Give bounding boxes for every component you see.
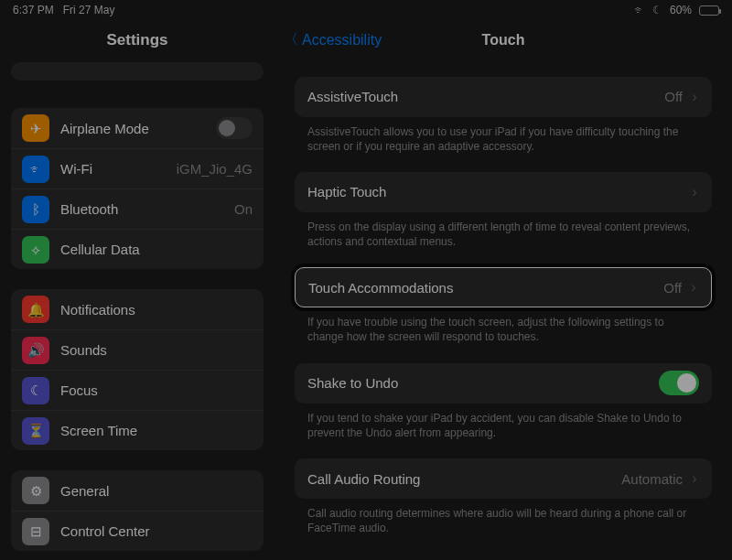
sidebar-item-bluetooth[interactable]: ᛒ Bluetooth On (11, 188, 264, 229)
cell-label: Haptic Touch (307, 184, 683, 199)
shake-toggle[interactable] (659, 371, 699, 395)
cell-touch-accommodations[interactable]: Touch Accommodations Off › (295, 267, 712, 307)
sidebar-item-label: Notifications (60, 302, 253, 318)
status-time: 6:37 PM (13, 4, 54, 16)
bluetooth-value: On (234, 201, 253, 217)
footer-shake: If you tend to shake your iPad by accide… (295, 404, 712, 458)
hourglass-icon: ⏳ (22, 417, 49, 445)
sidebar-item-notifications[interactable]: 🔔 Notifications (11, 289, 264, 329)
page-title: Settings (11, 20, 264, 62)
cell-value: Off (664, 89, 683, 104)
sidebar-item-label: Screen Time (60, 423, 253, 438)
sidebar-group-alerts: 🔔 Notifications 🔊 Sounds ☾ Focus ⏳ Scree… (11, 289, 264, 450)
wifi-status-icon: ᯤ (634, 4, 645, 16)
sidebar-item-screentime[interactable]: ⏳ Screen Time (11, 410, 264, 450)
gear-icon: ⚙ (22, 477, 49, 504)
detail-pane: 〈 Accessibility Touch AssistiveTouch Off… (274, 20, 732, 560)
sidebar-group-system: ⚙ General ⊟ Control Center (11, 470, 264, 551)
battery-icon (699, 5, 719, 16)
cell-value: Off (663, 280, 682, 296)
chevron-right-icon: › (690, 89, 699, 105)
chevron-right-icon: › (689, 279, 698, 296)
sidebar-item-label: Wi-Fi (60, 161, 166, 177)
footer-assistive: AssistiveTouch allows you to use your iP… (295, 117, 712, 172)
speaker-icon: 🔊 (22, 337, 49, 364)
sidebar-item-label: Cellular Data (60, 242, 253, 257)
dnd-moon-icon: ☾ (652, 4, 662, 16)
airplane-toggle[interactable] (216, 117, 253, 139)
chevron-right-icon: › (690, 184, 699, 200)
sidebar-item-sounds[interactable]: 🔊 Sounds (11, 329, 264, 370)
cell-label: AssistiveTouch (307, 89, 657, 104)
wifi-value: iGM_Jio_4G (177, 161, 253, 177)
footer-touch-accommodations: If you have trouble using the touch scre… (295, 307, 712, 362)
sidebar-item-control-center[interactable]: ⊟ Control Center (11, 511, 264, 551)
status-bar: 6:37 PM Fri 27 May ᯤ ☾ 60% (0, 0, 732, 20)
cell-label: Shake to Undo (307, 375, 651, 391)
battery-pct: 60% (670, 4, 692, 16)
cell-call-audio-routing[interactable]: Call Audio Routing Automatic › (295, 458, 712, 499)
cell-shake-undo[interactable]: Shake to Undo (295, 363, 712, 404)
cellular-icon: ⟡ (22, 236, 49, 264)
sidebar-item-label: Bluetooth (60, 201, 223, 217)
sidebar-item-label: Sounds (60, 342, 253, 358)
chevron-right-icon: › (690, 470, 699, 487)
cell-haptic-touch[interactable]: Haptic Touch › (295, 172, 712, 212)
sidebar-item-wifi[interactable]: ᯤ Wi-Fi iGM_Jio_4G (11, 148, 264, 188)
status-date: Fri 27 May (63, 4, 115, 16)
settings-sidebar: Settings ✈ Airplane Mode ᯤ Wi-Fi iGM_Jio… (0, 20, 274, 560)
sidebar-item-general[interactable]: ⚙ General (11, 470, 264, 511)
back-button[interactable]: 〈 Accessibility (284, 30, 382, 49)
cell-label: Call Audio Routing (307, 471, 614, 487)
nav-bar: 〈 Accessibility Touch (274, 20, 732, 60)
sidebar-item-label: Airplane Mode (60, 121, 205, 136)
sliders-icon: ⊟ (22, 518, 49, 545)
profile-card-stub[interactable] (11, 62, 264, 81)
sidebar-item-focus[interactable]: ☾ Focus (11, 370, 264, 410)
bell-icon: 🔔 (22, 296, 49, 323)
sidebar-item-label: General (60, 483, 253, 499)
back-label: Accessibility (302, 32, 382, 48)
sidebar-group-connectivity: ✈ Airplane Mode ᯤ Wi-Fi iGM_Jio_4G ᛒ Blu… (11, 108, 264, 269)
cell-assistive-touch[interactable]: AssistiveTouch Off › (295, 77, 712, 117)
sidebar-item-airplane[interactable]: ✈ Airplane Mode (11, 108, 264, 148)
sidebar-item-cellular[interactable]: ⟡ Cellular Data (11, 229, 264, 269)
bluetooth-icon: ᛒ (22, 196, 49, 223)
footer-haptic: Press on the display using a different l… (295, 212, 712, 267)
wifi-icon: ᯤ (22, 156, 49, 183)
sidebar-item-label: Control Center (60, 523, 253, 539)
airplane-icon: ✈ (22, 114, 49, 142)
footer-car: Call audio routing determines where audi… (295, 499, 712, 554)
cell-label: Touch Accommodations (308, 280, 656, 296)
sidebar-item-label: Focus (60, 382, 253, 398)
cell-value: Automatic (621, 471, 683, 487)
chevron-left-icon: 〈 (284, 30, 298, 49)
moon-icon: ☾ (22, 377, 49, 404)
